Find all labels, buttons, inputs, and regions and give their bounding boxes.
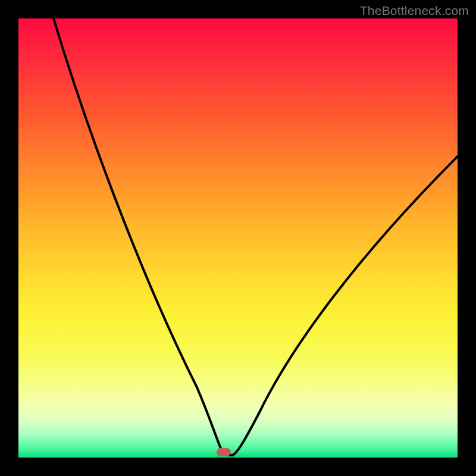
curve-svg <box>18 18 458 458</box>
bottleneck-curve <box>54 18 458 455</box>
watermark-text: TheBottleneck.com <box>360 4 469 18</box>
chart-container: TheBottleneck.com <box>0 0 476 476</box>
plot-area <box>18 18 458 458</box>
optimal-point-marker <box>217 448 231 456</box>
